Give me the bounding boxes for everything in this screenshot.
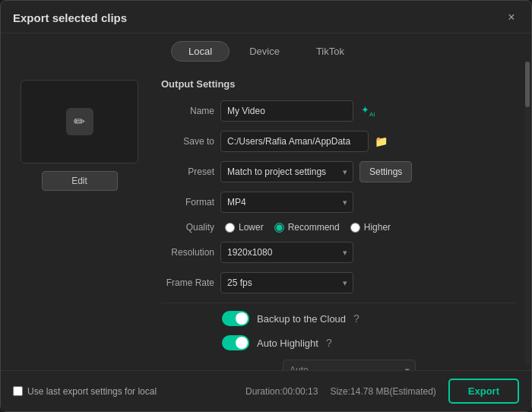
footer: Use last export settings for local Durat… [1, 370, 531, 411]
ai-icon[interactable]: ✦AI [361, 104, 375, 118]
quality-label: Quality [161, 222, 214, 233]
dialog-header: Export selected clips × [1, 1, 531, 33]
format-label: Format [161, 197, 214, 208]
resolution-select[interactable]: 1920x1080 [220, 242, 353, 263]
footer-right: Duration:00:00:13 Size:14.78 MB(Estimate… [245, 379, 519, 404]
export-button[interactable]: Export [448, 379, 519, 404]
name-row: Name ✦AI [161, 100, 516, 122]
backup-label: Backup to the Cloud [257, 313, 346, 325]
tab-device[interactable]: Device [233, 41, 296, 62]
tab-tiktok[interactable]: TikTok [299, 41, 361, 62]
pencil-icon: ✏ [66, 108, 93, 135]
framerate-select-wrapper: 25 fps [220, 272, 353, 293]
preset-row: Preset Match to project settings Setting… [161, 161, 516, 182]
backup-help-icon[interactable]: ? [353, 312, 359, 325]
output-settings-title: Output Settings [161, 78, 516, 90]
format-select-wrapper: MP4 [220, 192, 353, 213]
right-panel: Output Settings Name ✦AI Save to 📁 Prese… [161, 68, 519, 370]
name-input[interactable] [220, 100, 353, 122]
quality-lower[interactable]: Lower [225, 222, 264, 233]
preset-select[interactable]: Match to project settings [220, 161, 353, 182]
folder-icon[interactable]: 📁 [375, 135, 388, 147]
backup-toggle[interactable] [222, 311, 249, 326]
use-last-checkbox[interactable]: Use last export settings for local [13, 386, 157, 397]
settings-button[interactable]: Settings [359, 161, 412, 182]
left-panel: ✏ Edit [13, 68, 146, 370]
export-dialog: Export selected clips × Local Device Tik… [0, 0, 532, 412]
format-select[interactable]: MP4 [220, 192, 353, 213]
saveto-input[interactable] [220, 131, 369, 152]
autohighlight-row: Auto Highlight ? [161, 335, 516, 350]
framerate-row: Frame Rate 25 fps [161, 272, 516, 293]
auto-select-wrapper: Auto [222, 360, 416, 370]
preset-label: Preset [161, 166, 214, 177]
autohighlight-help-icon[interactable]: ? [326, 337, 332, 349]
resolution-select-wrapper: 1920x1080 [220, 242, 353, 263]
use-last-label: Use last export settings for local [27, 386, 157, 397]
format-row: Format MP4 [161, 192, 516, 213]
backup-row: Backup to the Cloud ? [161, 311, 516, 326]
framerate-select[interactable]: 25 fps [220, 272, 353, 293]
tab-local[interactable]: Local [171, 41, 230, 62]
content-area: ✏ Edit Output Settings Name ✦AI Save to … [1, 68, 531, 370]
duration-info: Duration:00:00:13 [245, 386, 318, 397]
resolution-label: Resolution [161, 247, 214, 258]
auto-select-row: Auto [161, 360, 516, 370]
saveto-label: Save to [161, 136, 214, 147]
framerate-label: Frame Rate [161, 277, 214, 288]
scrollbar-track[interactable] [525, 68, 530, 366]
quality-row: Quality Lower Recommend Higher [161, 222, 516, 233]
resolution-row: Resolution 1920x1080 [161, 242, 516, 263]
divider [161, 303, 516, 303]
preset-select-wrapper: Match to project settings [220, 161, 353, 182]
quality-higher[interactable]: Higher [350, 222, 391, 233]
name-label: Name [161, 106, 214, 116]
close-button[interactable]: × [504, 10, 519, 25]
edit-button[interactable]: Edit [42, 171, 118, 191]
size-info: Size:14.78 MB(Estimated) [330, 386, 435, 397]
autohighlight-label: Auto Highlight [257, 338, 318, 349]
preview-thumbnail: ✏ [21, 80, 138, 163]
scrollbar-thumb[interactable] [525, 68, 530, 107]
autohighlight-toggle[interactable] [222, 335, 249, 350]
dialog-title: Export selected clips [13, 11, 127, 24]
tabs-row: Local Device TikTok [1, 33, 531, 68]
quality-recommend[interactable]: Recommend [274, 222, 340, 233]
saveto-row: Save to 📁 [161, 131, 516, 152]
use-last-checkbox-input[interactable] [13, 386, 23, 396]
auto-select[interactable]: Auto [283, 360, 416, 370]
